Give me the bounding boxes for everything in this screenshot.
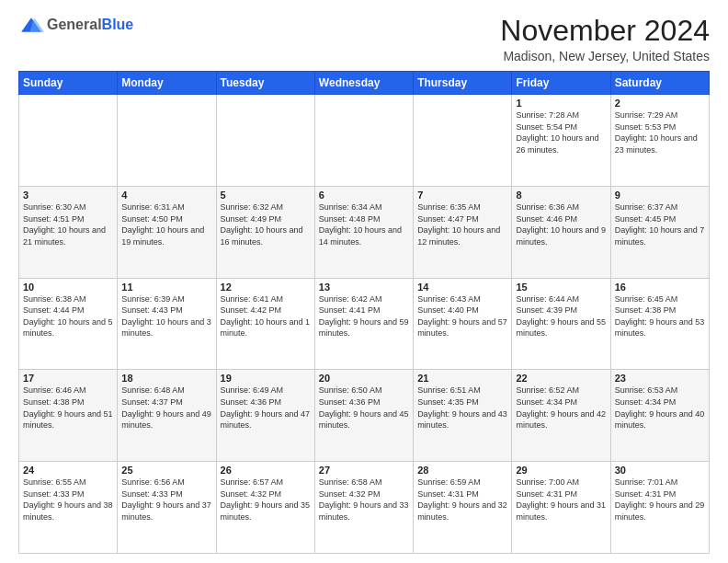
calendar-day-cell: 10Sunrise: 6:38 AM Sunset: 4:44 PM Dayli… bbox=[19, 278, 118, 370]
calendar-day-cell bbox=[414, 95, 512, 187]
calendar-day-cell: 7Sunrise: 6:35 AM Sunset: 4:47 PM Daylig… bbox=[414, 186, 512, 278]
calendar-day-cell: 17Sunrise: 6:46 AM Sunset: 4:38 PM Dayli… bbox=[19, 370, 118, 462]
day-info: Sunrise: 6:56 AM Sunset: 4:33 PM Dayligh… bbox=[121, 477, 211, 523]
day-number: 10 bbox=[23, 282, 113, 293]
calendar-day-cell: 19Sunrise: 6:49 AM Sunset: 4:36 PM Dayli… bbox=[216, 370, 314, 462]
calendar-day-cell: 23Sunrise: 6:53 AM Sunset: 4:34 PM Dayli… bbox=[610, 370, 709, 462]
day-info: Sunrise: 6:37 AM Sunset: 4:45 PM Dayligh… bbox=[615, 201, 705, 247]
day-info: Sunrise: 6:32 AM Sunset: 4:49 PM Dayligh… bbox=[221, 201, 311, 247]
day-number: 26 bbox=[221, 465, 311, 476]
calendar-week-row: 17Sunrise: 6:46 AM Sunset: 4:38 PM Dayli… bbox=[19, 370, 710, 462]
day-info: Sunrise: 7:29 AM Sunset: 5:53 PM Dayligh… bbox=[615, 109, 705, 155]
day-info: Sunrise: 6:50 AM Sunset: 4:36 PM Dayligh… bbox=[319, 385, 409, 431]
day-info: Sunrise: 6:43 AM Sunset: 4:40 PM Dayligh… bbox=[417, 293, 507, 339]
day-info: Sunrise: 6:31 AM Sunset: 4:50 PM Dayligh… bbox=[121, 201, 211, 247]
calendar-day-cell: 29Sunrise: 7:00 AM Sunset: 4:31 PM Dayli… bbox=[512, 462, 610, 554]
calendar-col-header: Thursday bbox=[414, 72, 512, 95]
day-number: 5 bbox=[221, 190, 311, 201]
logo: GeneralBlue bbox=[18, 15, 133, 35]
day-number: 11 bbox=[121, 282, 211, 293]
calendar-day-cell: 25Sunrise: 6:56 AM Sunset: 4:33 PM Dayli… bbox=[118, 462, 216, 554]
calendar-day-cell: 13Sunrise: 6:42 AM Sunset: 4:41 PM Dayli… bbox=[314, 278, 413, 370]
calendar-col-header: Monday bbox=[118, 72, 216, 95]
logo-general: General bbox=[47, 17, 102, 33]
calendar-day-cell: 18Sunrise: 6:48 AM Sunset: 4:37 PM Dayli… bbox=[118, 370, 216, 462]
day-info: Sunrise: 6:49 AM Sunset: 4:36 PM Dayligh… bbox=[221, 385, 311, 431]
calendar-col-header: Wednesday bbox=[314, 72, 413, 95]
day-number: 8 bbox=[516, 190, 606, 201]
calendar-day-cell: 6Sunrise: 6:34 AM Sunset: 4:48 PM Daylig… bbox=[314, 186, 413, 278]
day-info: Sunrise: 6:52 AM Sunset: 4:34 PM Dayligh… bbox=[516, 385, 606, 431]
calendar-day-cell bbox=[118, 95, 216, 187]
day-info: Sunrise: 6:46 AM Sunset: 4:38 PM Dayligh… bbox=[23, 385, 113, 431]
title-block: November 2024 Madison, New Jersey, Unite… bbox=[500, 15, 710, 63]
day-info: Sunrise: 6:41 AM Sunset: 4:42 PM Dayligh… bbox=[221, 293, 311, 339]
day-info: Sunrise: 6:30 AM Sunset: 4:51 PM Dayligh… bbox=[23, 201, 113, 247]
calendar-day-cell: 3Sunrise: 6:30 AM Sunset: 4:51 PM Daylig… bbox=[19, 186, 118, 278]
calendar-week-row: 24Sunrise: 6:55 AM Sunset: 4:33 PM Dayli… bbox=[19, 462, 710, 554]
day-info: Sunrise: 6:44 AM Sunset: 4:39 PM Dayligh… bbox=[516, 293, 606, 339]
calendar-day-cell: 1Sunrise: 7:28 AM Sunset: 5:54 PM Daylig… bbox=[512, 95, 610, 187]
day-number: 13 bbox=[319, 282, 409, 293]
day-info: Sunrise: 7:00 AM Sunset: 4:31 PM Dayligh… bbox=[516, 477, 606, 523]
day-info: Sunrise: 6:51 AM Sunset: 4:35 PM Dayligh… bbox=[417, 385, 507, 431]
calendar-day-cell: 14Sunrise: 6:43 AM Sunset: 4:40 PM Dayli… bbox=[414, 278, 512, 370]
calendar-day-cell: 12Sunrise: 6:41 AM Sunset: 4:42 PM Dayli… bbox=[216, 278, 314, 370]
day-number: 17 bbox=[23, 373, 113, 384]
calendar-table: SundayMondayTuesdayWednesdayThursdayFrid… bbox=[18, 71, 710, 554]
day-number: 22 bbox=[516, 373, 606, 384]
day-number: 16 bbox=[615, 282, 705, 293]
logo-icon bbox=[18, 15, 44, 35]
calendar-day-cell: 9Sunrise: 6:37 AM Sunset: 4:45 PM Daylig… bbox=[610, 186, 709, 278]
day-number: 29 bbox=[516, 465, 606, 476]
calendar-day-cell: 27Sunrise: 6:58 AM Sunset: 4:32 PM Dayli… bbox=[314, 462, 413, 554]
day-number: 1 bbox=[516, 98, 606, 109]
calendar-col-header: Friday bbox=[512, 72, 610, 95]
subtitle: Madison, New Jersey, United States bbox=[500, 49, 710, 63]
day-info: Sunrise: 6:55 AM Sunset: 4:33 PM Dayligh… bbox=[23, 477, 113, 523]
day-number: 23 bbox=[615, 373, 705, 384]
calendar-day-cell: 16Sunrise: 6:45 AM Sunset: 4:38 PM Dayli… bbox=[610, 278, 709, 370]
calendar-day-cell: 24Sunrise: 6:55 AM Sunset: 4:33 PM Dayli… bbox=[19, 462, 118, 554]
calendar-day-cell: 28Sunrise: 6:59 AM Sunset: 4:31 PM Dayli… bbox=[414, 462, 512, 554]
calendar-header-row: SundayMondayTuesdayWednesdayThursdayFrid… bbox=[19, 72, 710, 95]
calendar-day-cell: 15Sunrise: 6:44 AM Sunset: 4:39 PM Dayli… bbox=[512, 278, 610, 370]
day-number: 24 bbox=[23, 465, 113, 476]
calendar-day-cell bbox=[314, 95, 413, 187]
day-number: 27 bbox=[319, 465, 409, 476]
calendar-day-cell: 4Sunrise: 6:31 AM Sunset: 4:50 PM Daylig… bbox=[118, 186, 216, 278]
day-info: Sunrise: 6:34 AM Sunset: 4:48 PM Dayligh… bbox=[319, 201, 409, 247]
day-number: 20 bbox=[319, 373, 409, 384]
day-number: 3 bbox=[23, 190, 113, 201]
day-info: Sunrise: 6:35 AM Sunset: 4:47 PM Dayligh… bbox=[417, 201, 507, 247]
day-number: 12 bbox=[221, 282, 311, 293]
day-number: 19 bbox=[221, 373, 311, 384]
day-info: Sunrise: 6:53 AM Sunset: 4:34 PM Dayligh… bbox=[615, 385, 705, 431]
calendar-day-cell: 20Sunrise: 6:50 AM Sunset: 4:36 PM Dayli… bbox=[314, 370, 413, 462]
day-info: Sunrise: 6:58 AM Sunset: 4:32 PM Dayligh… bbox=[319, 477, 409, 523]
calendar-day-cell: 11Sunrise: 6:39 AM Sunset: 4:43 PM Dayli… bbox=[118, 278, 216, 370]
day-number: 2 bbox=[615, 98, 705, 109]
calendar-col-header: Tuesday bbox=[216, 72, 314, 95]
day-info: Sunrise: 7:01 AM Sunset: 4:31 PM Dayligh… bbox=[615, 477, 705, 523]
day-number: 28 bbox=[417, 465, 507, 476]
calendar-week-row: 3Sunrise: 6:30 AM Sunset: 4:51 PM Daylig… bbox=[19, 186, 710, 278]
day-number: 7 bbox=[417, 190, 507, 201]
day-number: 21 bbox=[417, 373, 507, 384]
day-number: 9 bbox=[615, 190, 705, 201]
day-number: 18 bbox=[121, 373, 211, 384]
calendar-day-cell: 26Sunrise: 6:57 AM Sunset: 4:32 PM Dayli… bbox=[216, 462, 314, 554]
calendar-day-cell bbox=[216, 95, 314, 187]
day-info: Sunrise: 6:38 AM Sunset: 4:44 PM Dayligh… bbox=[23, 293, 113, 339]
calendar-col-header: Sunday bbox=[19, 72, 118, 95]
day-info: Sunrise: 6:36 AM Sunset: 4:46 PM Dayligh… bbox=[516, 201, 606, 247]
day-info: Sunrise: 6:59 AM Sunset: 4:31 PM Dayligh… bbox=[417, 477, 507, 523]
calendar-week-row: 1Sunrise: 7:28 AM Sunset: 5:54 PM Daylig… bbox=[19, 95, 710, 187]
day-number: 6 bbox=[319, 190, 409, 201]
calendar-day-cell: 8Sunrise: 6:36 AM Sunset: 4:46 PM Daylig… bbox=[512, 186, 610, 278]
calendar-day-cell bbox=[19, 95, 118, 187]
calendar-day-cell: 5Sunrise: 6:32 AM Sunset: 4:49 PM Daylig… bbox=[216, 186, 314, 278]
day-info: Sunrise: 6:39 AM Sunset: 4:43 PM Dayligh… bbox=[121, 293, 211, 339]
day-info: Sunrise: 7:28 AM Sunset: 5:54 PM Dayligh… bbox=[516, 109, 606, 155]
day-number: 30 bbox=[615, 465, 705, 476]
